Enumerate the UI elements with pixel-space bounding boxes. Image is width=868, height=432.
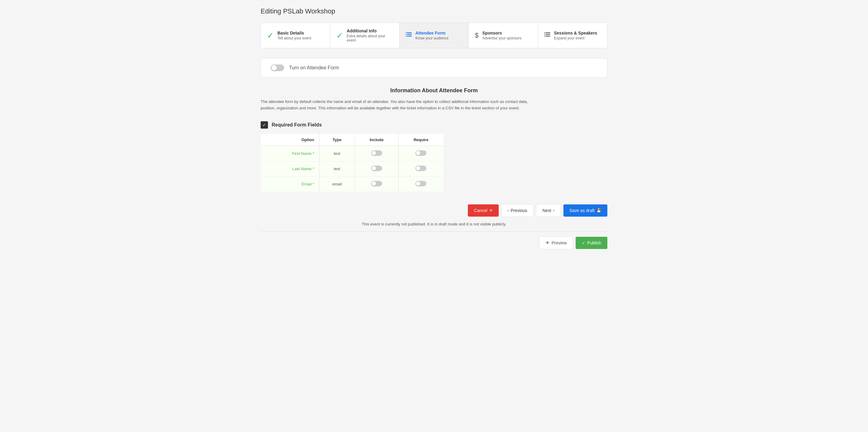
table-row: Email * email [261, 176, 444, 192]
page-wrapper: Editing PSLab Workshop ✓ Basic Details T… [251, 0, 617, 264]
step-subtitle-attendee: Know your audience [415, 36, 448, 40]
info-title: Information About Attendee Form [261, 87, 607, 94]
chevron-right-icon: › [553, 208, 554, 213]
field-name-lastname: Last Name * [292, 167, 314, 171]
section-header: ✓ Required Form Fields [261, 121, 607, 128]
svg-rect-2 [407, 36, 412, 37]
svg-rect-8 [546, 36, 550, 37]
check-icon-additional: ✓ [336, 31, 343, 40]
step-basic-details[interactable]: ✓ Basic Details Tell about your event [261, 23, 330, 48]
step-subtitle-additional: Extra details about your event [347, 34, 393, 42]
next-label: Next [542, 208, 551, 213]
step-sessions-speakers[interactable]: Sessions & Speakers Expand your event [538, 23, 607, 48]
action-bar: Cancel ✕ ‹ Previous Next › Save as draft… [261, 204, 607, 217]
table-row: Last Name * text [261, 161, 444, 176]
step-additional-info[interactable]: ✓ Additional Info Extra details about yo… [330, 23, 400, 48]
svg-rect-7 [546, 34, 550, 35]
save-draft-label: Save as draft [569, 208, 595, 213]
field-type-firstname: text [334, 151, 340, 156]
col-header-require: Require [398, 134, 443, 146]
draft-status-text: This event is currently not published. I… [261, 222, 607, 226]
list-icon-attendee [406, 32, 412, 39]
chevron-left-icon: ‹ [507, 208, 509, 213]
previous-label: Previous [510, 208, 527, 213]
section-title: Required Form Fields [272, 122, 322, 128]
required-form-fields-section: ✓ Required Form Fields Option Type Inclu… [261, 121, 607, 192]
info-section: Information About Attendee Form The atte… [261, 87, 607, 112]
checkbox-icon: ✓ [261, 121, 268, 128]
check-icon-basic: ✓ [267, 31, 274, 40]
step-subtitle-basic: Tell about your event [277, 36, 311, 40]
svg-rect-5 [406, 36, 406, 37]
save-icon: 💾 [596, 208, 601, 213]
cancel-label: Cancel [474, 208, 488, 213]
step-title-basic: Basic Details [277, 31, 311, 35]
toggle-bar: Turn on Attendee Form [261, 58, 607, 78]
svg-rect-11 [544, 36, 545, 37]
col-header-include: Include [355, 134, 399, 146]
svg-rect-6 [546, 32, 550, 33]
required-fields-table: Option Type Include Require First Name *… [261, 134, 444, 192]
svg-rect-1 [407, 34, 412, 35]
require-toggle-email[interactable] [415, 181, 426, 186]
dollar-icon-sponsors: $ [475, 31, 478, 39]
include-toggle-email[interactable] [371, 181, 382, 186]
col-header-type: Type [319, 134, 355, 146]
svg-rect-3 [406, 32, 406, 33]
page-title: Editing PSLab Workshop [261, 7, 607, 15]
include-toggle-lastname[interactable] [371, 166, 382, 171]
step-title-sessions: Sessions & Speakers [554, 31, 597, 35]
check-icon-publish: ✓ [582, 240, 585, 245]
save-draft-button[interactable]: Save as draft 💾 [563, 204, 608, 217]
step-title-additional: Additional Info [347, 28, 393, 33]
field-type-email: email [332, 182, 342, 186]
preview-button[interactable]: 👁 Preview [539, 236, 573, 249]
svg-rect-0 [407, 32, 412, 33]
step-sponsors[interactable]: $ Sponsors Advertise your sponsors [469, 23, 538, 48]
field-name-firstname: First Name * [292, 151, 314, 156]
attendee-form-toggle[interactable] [271, 64, 284, 71]
previous-button[interactable]: ‹ Previous [501, 204, 534, 217]
list-icon-sessions [544, 32, 550, 39]
table-row: First Name * text [261, 146, 444, 161]
field-type-lastname: text [334, 167, 340, 171]
cancel-icon: ✕ [489, 208, 493, 213]
field-name-email: Email * [302, 182, 314, 186]
next-button[interactable]: Next › [536, 204, 561, 217]
step-attendee-form[interactable]: Attendee Form Know your audience [400, 23, 469, 48]
require-toggle-firstname[interactable] [415, 150, 426, 156]
step-subtitle-sponsors: Advertise your sponsors [482, 36, 522, 40]
toggle-label: Turn on Attendee Form [289, 65, 339, 70]
svg-rect-4 [406, 34, 406, 35]
step-subtitle-sessions: Expand your event [554, 36, 597, 40]
cancel-button[interactable]: Cancel ✕ [468, 204, 499, 217]
publish-label: Publish [587, 240, 601, 245]
include-toggle-firstname[interactable] [371, 150, 382, 156]
step-title-sponsors: Sponsors [482, 31, 522, 35]
stepper: ✓ Basic Details Tell about your event ✓ … [261, 23, 607, 48]
col-header-option: Option [261, 134, 319, 146]
publish-bar: 👁 Preview ✓ Publish [261, 231, 607, 249]
require-toggle-lastname[interactable] [415, 166, 426, 171]
info-description: The attendee form by default collects th… [261, 99, 535, 112]
svg-rect-10 [544, 34, 545, 35]
svg-rect-9 [544, 32, 545, 33]
preview-label: Preview [552, 240, 567, 245]
step-title-attendee: Attendee Form [415, 31, 448, 35]
eye-icon: 👁 [546, 240, 550, 245]
publish-button[interactable]: ✓ Publish [576, 237, 607, 249]
